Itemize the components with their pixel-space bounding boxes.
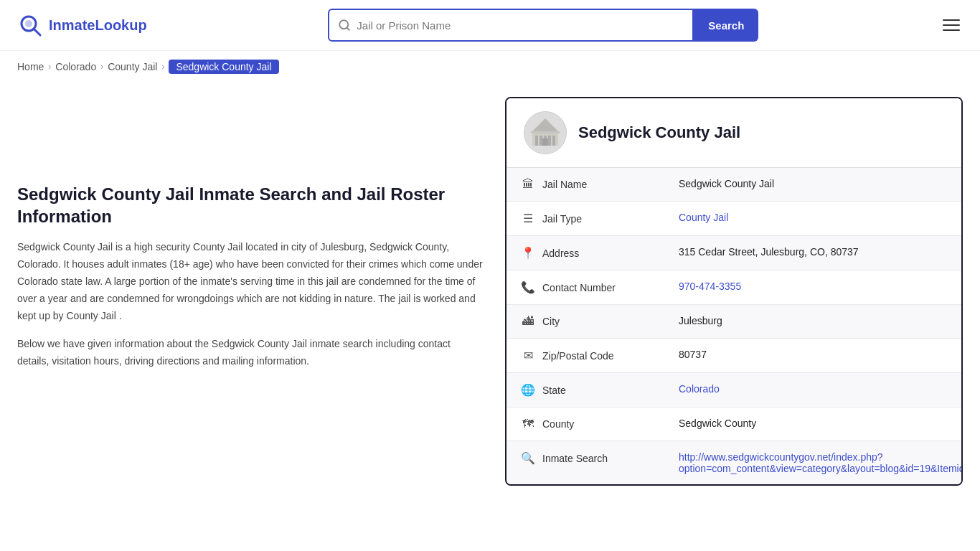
logo-icon (17, 12, 43, 38)
label-cell: 🏛Jail Name (507, 168, 664, 202)
row-icon: 🏙 (521, 315, 535, 328)
value-cell: Sedgwick County Jail (664, 168, 963, 202)
row-icon: 📞 (521, 281, 535, 294)
row-icon: ☰ (521, 212, 535, 225)
info-card: Sedgwick County Jail 🏛Jail NameSedgwick … (505, 97, 963, 486)
value-cell: http://www.sedgwickcountygov.net/index.p… (664, 441, 963, 485)
label-cell: ☰Jail Type (507, 202, 664, 236)
svg-rect-12 (542, 138, 548, 146)
table-row: 🏙CityJulesburg (507, 305, 963, 339)
row-icon: ✉ (521, 349, 535, 362)
search-button[interactable]: Search (694, 9, 758, 42)
row-label: Jail Name (542, 179, 587, 190)
row-label: County (542, 418, 574, 430)
search-icon (338, 19, 351, 32)
main-container: Sedgwick County Jail Inmate Search and J… (0, 83, 980, 514)
left-panel: Sedgwick County Jail Inmate Search and J… (17, 97, 484, 486)
value-cell: Colorado (664, 373, 963, 408)
table-row: ✉Zip/Postal Code80737 (507, 339, 963, 373)
svg-rect-7 (540, 136, 542, 146)
table-row: 🔍Inmate Searchhttp://www.sedgwickcountyg… (507, 441, 963, 485)
svg-line-1 (34, 29, 40, 35)
svg-rect-6 (535, 136, 538, 146)
svg-line-4 (347, 27, 349, 29)
breadcrumb-chevron-3: › (161, 62, 164, 72)
svg-rect-9 (548, 136, 551, 146)
row-label: Address (542, 248, 579, 259)
svg-rect-10 (552, 136, 555, 146)
breadcrumb-home[interactable]: Home (17, 61, 44, 72)
hamburger-line-2 (943, 24, 960, 26)
table-row: 🌐StateColorado (507, 373, 963, 408)
value-cell: 80737 (664, 339, 963, 373)
row-label: Inmate Search (542, 453, 608, 464)
breadcrumb-chevron-1: › (48, 62, 51, 72)
row-label: Zip/Postal Code (542, 350, 614, 362)
svg-rect-13 (531, 131, 560, 133)
description-para-2: Below we have given information about th… (17, 336, 484, 370)
row-label: City (542, 316, 560, 327)
value-link[interactable]: County Jail (679, 212, 728, 223)
row-label: Jail Type (542, 213, 582, 225)
breadcrumb-type[interactable]: County Jail (108, 61, 157, 72)
hamburger-line-1 (943, 19, 960, 21)
value-cell: County Jail (664, 202, 963, 236)
svg-point-2 (25, 20, 32, 27)
value-link[interactable]: http://www.sedgwickcountygov.net/index.p… (679, 451, 963, 474)
row-label: State (542, 385, 566, 396)
row-icon: 🏛 (521, 178, 535, 191)
value-cell: Sedgwick County (664, 408, 963, 441)
search-area: Search (328, 9, 758, 42)
label-cell: 📍Address (507, 236, 664, 270)
breadcrumb-current: Sedgwick County Jail (169, 60, 278, 74)
hamburger-line-3 (943, 29, 960, 31)
value-cell: 315 Cedar Street, Julesburg, CO, 80737 (664, 236, 963, 270)
label-cell: 🌐State (507, 373, 664, 408)
search-wrapper (328, 9, 694, 42)
table-row: 🏛Jail NameSedgwick County Jail (507, 168, 963, 202)
info-table: 🏛Jail NameSedgwick County Jail☰Jail Type… (507, 168, 963, 484)
breadcrumb-chevron-2: › (100, 62, 103, 72)
value-cell: 970-474-3355 (664, 270, 963, 305)
label-cell: 🏙City (507, 305, 664, 339)
row-icon: 🌐 (521, 383, 535, 397)
label-cell: 📞Contact Number (507, 270, 664, 305)
table-row: 📍Address315 Cedar Street, Julesburg, CO,… (507, 236, 963, 270)
logo-text: InmateLookup (49, 17, 147, 34)
page-title: Sedgwick County Jail Inmate Search and J… (17, 183, 484, 227)
value-link[interactable]: 970-474-3355 (679, 281, 741, 292)
card-jail-name: Sedgwick County Jail (578, 123, 740, 142)
label-cell: 🗺County (507, 408, 664, 441)
hamburger-menu-button[interactable] (940, 17, 963, 34)
breadcrumb: Home › Colorado › County Jail › Sedgwick… (0, 51, 980, 83)
row-icon: 🔍 (521, 451, 535, 465)
label-cell: 🔍Inmate Search (507, 441, 664, 485)
value-cell: Julesburg (664, 305, 963, 339)
logo-link[interactable]: InmateLookup (17, 12, 147, 38)
label-cell: ✉Zip/Postal Code (507, 339, 664, 373)
description-para-1: Sedgwick County Jail is a high security … (17, 239, 484, 324)
row-label: Contact Number (542, 282, 616, 293)
site-header: InmateLookup Search (0, 0, 980, 51)
row-icon: 📍 (521, 246, 535, 260)
table-row: ☰Jail TypeCounty Jail (507, 202, 963, 236)
row-icon: 🗺 (521, 418, 535, 430)
jail-avatar (524, 111, 567, 154)
courthouse-icon (529, 117, 561, 149)
breadcrumb-state[interactable]: Colorado (55, 61, 96, 72)
search-input[interactable] (357, 19, 684, 32)
value-link[interactable]: Colorado (679, 383, 720, 395)
svg-marker-11 (532, 118, 558, 131)
table-row: 🗺CountySedgwick County (507, 408, 963, 441)
card-header: Sedgwick County Jail (507, 98, 961, 168)
table-row: 📞Contact Number970-474-3355 (507, 270, 963, 305)
